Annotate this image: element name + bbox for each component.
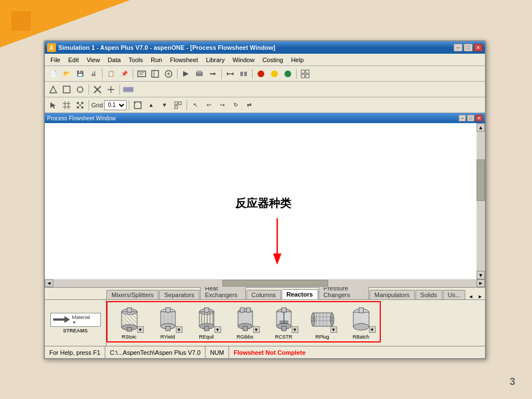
stream-type-arrow: ▼ xyxy=(72,320,90,325)
menu-file[interactable]: File xyxy=(47,55,64,64)
material-stream-btn[interactable]: Material ▼ xyxy=(50,313,101,327)
tb-btn-6[interactable] xyxy=(207,68,219,80)
grid-select[interactable]: 0.1 xyxy=(104,100,127,110)
tab-scroll-left[interactable]: ◄ xyxy=(466,294,475,299)
tab-solids[interactable]: Solids xyxy=(416,290,442,299)
close-button[interactable]: ✕ xyxy=(474,44,483,51)
tb-btn-7[interactable] xyxy=(224,68,236,80)
h-scroll-thumb[interactable] xyxy=(222,280,328,287)
tb-btn-1[interactable] xyxy=(136,68,148,80)
save-button[interactable]: 💾 xyxy=(74,68,86,80)
redo-draw[interactable]: ↪ xyxy=(216,99,228,111)
flowsheet-canvas[interactable]: 反应器种类 xyxy=(45,123,485,279)
menu-view[interactable]: View xyxy=(83,55,104,64)
tb2-btn1[interactable] xyxy=(47,83,59,96)
draw-snap[interactable] xyxy=(74,99,86,111)
ryield-icon-wrapper: ▼ xyxy=(153,306,183,333)
new-button[interactable]: 📄 xyxy=(47,68,59,80)
rotate[interactable]: ↻ xyxy=(230,99,242,111)
menu-library[interactable]: Library xyxy=(203,55,228,64)
tb-btn-4[interactable] xyxy=(180,68,192,80)
tab-separators[interactable]: Separators xyxy=(159,290,199,299)
component-rcstr[interactable]: ▼ RCSTR xyxy=(265,306,302,340)
zoom-out[interactable]: ▼ xyxy=(158,99,171,111)
tab-manipulators[interactable]: Manipulators xyxy=(370,290,415,299)
tabs-row: Mixers/Splitters Separators Heat Exchang… xyxy=(45,288,485,300)
horizontal-scrollbar[interactable]: ◄ ► xyxy=(45,279,485,287)
cursor-arrow[interactable]: ↖ xyxy=(189,99,202,111)
scroll-up-btn[interactable]: ▲ xyxy=(477,123,485,132)
maximize-button[interactable]: □ xyxy=(464,44,473,51)
component-ryield[interactable]: ▼ RYield xyxy=(150,306,186,340)
component-rplug[interactable]: ▼ RPlug xyxy=(304,306,340,340)
zoom-100[interactable] xyxy=(172,99,184,111)
menu-edit[interactable]: Edit xyxy=(65,55,82,64)
scroll-down-btn[interactable]: ▼ xyxy=(477,271,485,279)
rcstr-dropdown[interactable]: ▼ xyxy=(292,326,298,333)
tab-more[interactable]: Us... xyxy=(443,290,466,299)
menu-run[interactable]: Run xyxy=(147,55,165,64)
tb-grid-btn[interactable] xyxy=(299,68,311,80)
h-scroll-track xyxy=(53,280,477,287)
svg-rect-84 xyxy=(204,308,209,312)
tab-scroll-right[interactable]: ► xyxy=(475,294,485,299)
flip[interactable]: ⇄ xyxy=(243,99,255,111)
draw-select[interactable] xyxy=(47,99,59,111)
num-text: NUM xyxy=(210,349,224,356)
menu-costing[interactable]: Costing xyxy=(259,55,286,64)
reactor-components: ▼ RStoic xyxy=(106,300,485,346)
menu-window[interactable]: Window xyxy=(229,55,258,64)
menu-tools[interactable]: Tools xyxy=(125,55,147,64)
rstoic-dropdown[interactable]: ▼ xyxy=(137,326,144,333)
color-yellow[interactable] xyxy=(268,68,281,80)
menu-data[interactable]: Data xyxy=(104,55,124,64)
svg-marker-36 xyxy=(50,102,56,109)
tb2-btn-thick[interactable] xyxy=(122,83,134,96)
open-button[interactable]: 📂 xyxy=(60,68,73,80)
inner-close-btn[interactable]: ✕ xyxy=(475,115,483,121)
vertical-scrollbar[interactable]: ▲ ▼ xyxy=(477,123,485,279)
paste-button[interactable]: 📌 xyxy=(118,68,130,80)
scroll-left-btn[interactable]: ◄ xyxy=(45,279,53,287)
component-rgibbs[interactable]: ▼ RGibbs xyxy=(227,306,263,340)
zoom-in[interactable]: ▲ xyxy=(145,99,157,111)
draw-grid-icon[interactable] xyxy=(60,99,73,111)
copy-button[interactable]: 📋 xyxy=(105,68,117,80)
rplug-dropdown[interactable]: ▼ xyxy=(330,326,337,333)
tb2-btn5[interactable] xyxy=(105,83,117,96)
tb-btn-5[interactable] xyxy=(193,68,206,80)
inner-min-btn[interactable]: ─ xyxy=(459,115,466,121)
component-rstoic[interactable]: ▼ RStoic xyxy=(111,306,147,340)
tb-btn-8[interactable] xyxy=(237,68,250,80)
scroll-thumb[interactable] xyxy=(477,159,485,201)
tb2-btn2[interactable] xyxy=(60,83,73,96)
main-window: A Simulation 1 - Aspen Plus V7.0 - aspen… xyxy=(44,40,486,359)
tab-reactors[interactable]: Reactors xyxy=(282,289,318,299)
minimize-button[interactable]: ─ xyxy=(454,44,463,51)
undo-draw[interactable]: ↩ xyxy=(203,99,215,111)
zoom-fit[interactable] xyxy=(132,99,144,111)
component-requil[interactable]: ▼ REquil xyxy=(188,306,225,340)
tb2-btn3[interactable] xyxy=(74,83,86,96)
rbatch-dropdown[interactable]: ▼ xyxy=(369,326,376,333)
tb2-btn4[interactable] xyxy=(91,83,104,96)
tb-btn-2[interactable] xyxy=(149,68,161,80)
error-text-section: Flowsheet Not Complete xyxy=(229,349,485,356)
svg-marker-14 xyxy=(214,72,216,76)
tab-columns[interactable]: Columns xyxy=(246,290,281,299)
component-rbatch[interactable]: ▼ RBatch xyxy=(343,306,379,340)
inner-max-btn[interactable]: □ xyxy=(467,115,474,121)
bottom-panel: Mixers/Splitters Separators Heat Exchang… xyxy=(45,287,485,346)
print-button[interactable]: 🖨 xyxy=(87,68,100,80)
sep3 xyxy=(177,69,178,79)
menu-help[interactable]: Help xyxy=(288,55,307,64)
tb-btn-3[interactable] xyxy=(162,68,175,80)
color-red[interactable] xyxy=(255,68,267,80)
rgibbs-dropdown[interactable]: ▼ xyxy=(253,326,260,333)
color-green[interactable] xyxy=(282,68,294,80)
menu-flowsheet[interactable]: Flowsheet xyxy=(166,55,201,64)
tab-mixers[interactable]: Mixers/Splitters xyxy=(106,290,158,299)
ryield-dropdown[interactable]: ▼ xyxy=(176,326,183,333)
scroll-right-btn[interactable]: ► xyxy=(477,279,485,287)
requil-dropdown[interactable]: ▼ xyxy=(214,326,221,333)
